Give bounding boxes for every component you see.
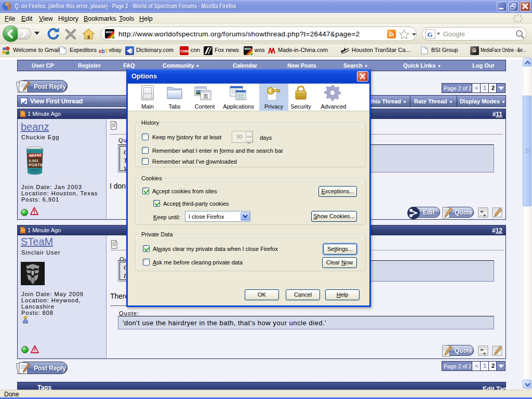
svg-text:wos: wos	[105, 30, 113, 34]
svg-text:POSTS: POSTS	[29, 163, 43, 167]
svg-text:G: G	[428, 31, 433, 38]
svg-text:+: +	[483, 351, 486, 356]
svg-text:ebY: ebY	[99, 48, 108, 54]
svg-text:wos: wos	[244, 47, 251, 50]
svg-text:CNN: CNN	[180, 49, 189, 54]
svg-text:BEANZ: BEANZ	[29, 153, 42, 157]
svg-text:+: +	[483, 213, 486, 218]
